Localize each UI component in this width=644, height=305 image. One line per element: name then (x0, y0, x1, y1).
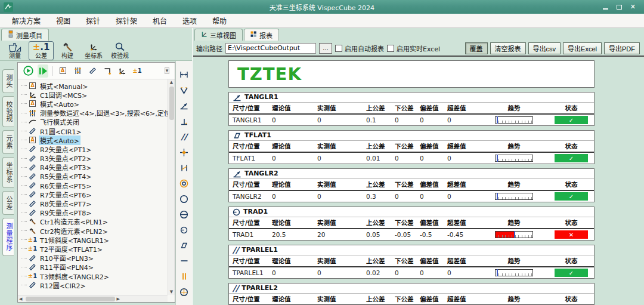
measure-button[interactable]: 测量 (2, 41, 27, 60)
corner-probe-button[interactable] (102, 64, 113, 78)
side-tab-coordinate-system[interactable]: 坐标系 (2, 157, 14, 188)
report-icon (250, 31, 257, 39)
tree-item[interactable]: ±1T1倾斜度<TANGLR1> (21, 235, 175, 244)
auto-report-checkbox[interactable]: 启用自动报表 (335, 44, 384, 53)
measure-icon (28, 263, 37, 271)
side-tab-probe[interactable]: 测头 (2, 69, 14, 93)
measure-icon (28, 209, 37, 217)
menu-solution[interactable]: 解决方案 (5, 14, 48, 27)
tree-item[interactable]: Ctr2构造元素<PLN2> (21, 226, 175, 235)
radius-icon[interactable] (176, 222, 192, 238)
maximize-button[interactable] (617, 5, 622, 10)
parallelism-icon[interactable]: // (176, 129, 192, 144)
side-tab-tolerance[interactable]: 公差 (2, 191, 14, 215)
export-excel-button[interactable]: 导出Excel (563, 42, 602, 54)
close-button[interactable]: ✕ (630, 3, 636, 11)
side-tab-elements[interactable]: 元素 (2, 130, 14, 154)
tree-item-label: Ctr1构造元素<PLN1> (39, 217, 109, 226)
tree-item[interactable]: ±1T2平面度<TFLAT1> (21, 244, 175, 253)
checkbox-icon[interactable] (335, 45, 342, 52)
tree-vertical-scrollbar[interactable]: ▲ ▼ (168, 79, 175, 295)
tree-horizontal-scrollbar[interactable]: ◀ ▶ (18, 295, 168, 302)
params-button[interactable] (72, 64, 83, 78)
tolerance-tool-button[interactable]: ±1 (132, 64, 143, 78)
tree-item[interactable]: R4矢量点<PT3> (21, 163, 175, 172)
position-icon[interactable] (176, 144, 192, 160)
tree-item[interactable]: C1回调<MCS> (21, 90, 175, 99)
measure-tool-button[interactable] (87, 64, 98, 78)
minimize-button[interactable] (603, 5, 608, 10)
column-header: 超差值 (447, 141, 479, 152)
toolbar-overflow-button[interactable]: ▾ (162, 64, 172, 78)
menu-machine[interactable]: 机台 (145, 14, 174, 27)
tab-3d-view[interactable]: 三维视图 (194, 29, 243, 41)
circle-cross-icon[interactable] (176, 284, 192, 300)
tree-item[interactable]: 测量参数逼近<4>,回退<3>,搜索<6>,定位<2 (21, 109, 175, 118)
side-tab-gauge[interactable]: 校验规 (2, 96, 14, 127)
column-header: 理论值 (272, 294, 317, 305)
flatness-icon[interactable] (176, 238, 192, 253)
tolerance-icon: ±.1 (33, 42, 50, 53)
build-button[interactable]: 构建 (55, 41, 80, 60)
menu-help[interactable]: 帮助 (205, 14, 234, 27)
csys-tool-button[interactable] (117, 64, 128, 78)
scroll-down-icon[interactable]: ▼ (170, 289, 173, 295)
diameter-icon[interactable] (176, 207, 192, 222)
export-csv-button[interactable]: 导出csv (528, 42, 561, 54)
clear-report-button[interactable]: 清空报表 (490, 42, 526, 54)
tree-item[interactable]: R10平面<PLN3> (21, 254, 175, 263)
run-button[interactable] (23, 64, 33, 78)
scroll-right-icon[interactable]: ▶ (115, 297, 166, 301)
menu-probe[interactable]: 探针 (79, 14, 107, 27)
checkbox-icon[interactable] (387, 45, 394, 52)
menu-options[interactable]: 选项 (175, 14, 204, 27)
scroll-thumb-horizontal[interactable] (26, 297, 115, 301)
realtime-excel-checkbox[interactable]: 启用实时Excel (387, 44, 440, 53)
straightness-icon[interactable] (176, 253, 192, 269)
column-header: 下公差 (395, 179, 420, 190)
scroll-left-icon[interactable]: ◀ (19, 297, 22, 301)
tree-item[interactable]: 飞行模式关闭 (21, 118, 175, 127)
parallel-lines-icon[interactable] (176, 269, 192, 284)
tree-item[interactable]: R1圆<CIR1> (21, 127, 175, 135)
tree-item[interactable]: R2矢量点<PT1> (21, 144, 175, 153)
mode-button[interactable]: A (57, 64, 68, 78)
tree-item[interactable]: ±1T3倾斜度<TANGLR2> (21, 272, 175, 281)
coordinate-system-button[interactable]: 坐标系 (81, 41, 106, 60)
distance-icon[interactable] (176, 67, 192, 82)
step-run-button[interactable] (38, 64, 48, 78)
roundness-icon[interactable] (176, 191, 192, 207)
tree-item[interactable]: R8矢量点<PT7> (21, 199, 175, 208)
export-pdf-button[interactable]: 导出PDF (604, 42, 640, 54)
browse-button[interactable]: ... (319, 43, 332, 54)
angle-icon[interactable] (176, 82, 192, 98)
tree-item[interactable]: R7矢量点<PT6> (21, 190, 175, 199)
tolerance-button[interactable]: ±.1 公差 (29, 41, 54, 60)
scroll-thumb[interactable] (169, 87, 174, 120)
side-tab-measure-program[interactable]: 测量程序 (2, 218, 14, 256)
symmetry-icon[interactable] (176, 160, 192, 175)
angularity-icon[interactable] (176, 98, 192, 113)
tree-item[interactable]: R5矢量点<PT4> (21, 172, 175, 181)
menu-probe-rack[interactable]: 探针架 (109, 14, 144, 27)
overwrite-button[interactable]: 覆盖 (465, 42, 488, 54)
perpendicularity-icon[interactable] (176, 113, 192, 129)
tree-item[interactable]: R9矢量点<PT8> (21, 208, 175, 217)
tab-measure-project[interactable]: 测量项目 (1, 29, 49, 41)
concentricity-icon[interactable] (176, 175, 192, 191)
tree-item[interactable]: R6矢量点<PT5> (21, 181, 175, 190)
menu-view[interactable]: 视图 (49, 14, 78, 27)
report-cell: 0 (317, 267, 366, 278)
tree-item[interactable]: A模式<Manual> (21, 81, 175, 90)
tree-item[interactable]: A模式<Auto> (21, 135, 175, 144)
column-header: 趋势 (479, 294, 549, 305)
tree-item[interactable]: R3矢量点<PT2> (21, 154, 175, 163)
output-path-input[interactable] (225, 43, 316, 54)
tree-item[interactable]: R12圆<CIR2> (21, 281, 175, 289)
tree-item[interactable]: A模式<Auto> (21, 99, 175, 108)
tree-item[interactable]: R11平面<PLN4> (21, 263, 175, 272)
gauge-check-button[interactable]: 校验规 (107, 41, 132, 60)
tab-report[interactable]: 报表 (244, 29, 279, 41)
tree-item[interactable]: Ctr1构造元素<PLN1> (21, 217, 175, 226)
scroll-up-icon[interactable]: ▲ (170, 79, 173, 85)
